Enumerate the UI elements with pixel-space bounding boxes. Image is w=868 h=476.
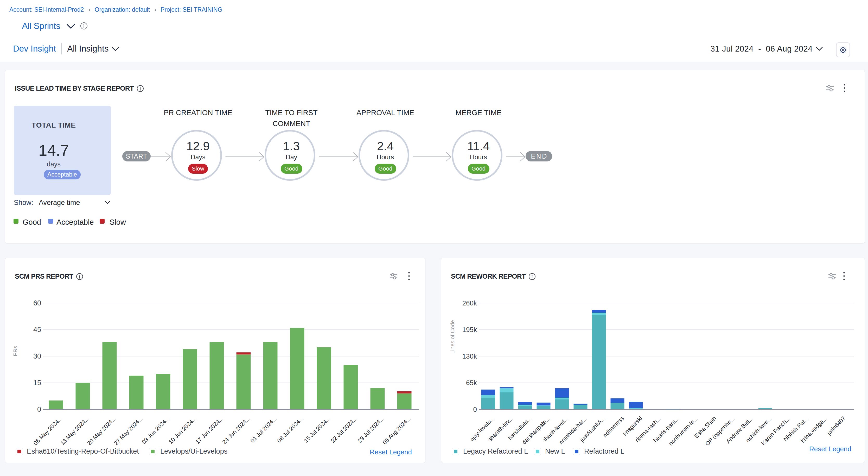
svg-text:130k: 130k [462,352,477,360]
svg-text:15: 15 [33,379,41,387]
svg-text:29 Jul 2024...: 29 Jul 2024... [356,415,385,444]
svg-text:Lines of Code: Lines of Code [450,320,455,354]
svg-text:195k: 195k [462,326,477,333]
svg-text:PRs: PRs [12,346,18,356]
svg-text:10 Jun 2024...: 10 Jun 2024... [167,415,197,445]
svg-text:22 Jul 2024...: 22 Jul 2024... [330,415,358,444]
svg-text:05 Aug 2024...: 05 Aug 2024... [381,415,412,446]
svg-text:17 Jun 2024...: 17 Jun 2024... [194,415,224,445]
svg-text:0: 0 [37,406,41,413]
svg-text:45: 45 [33,326,41,333]
svg-text:24 Jun 2024...: 24 Jun 2024... [221,415,251,445]
svg-text:60: 60 [33,299,41,307]
svg-text:jatin6407: jatin6407 [826,415,847,437]
svg-text:260k: 260k [462,299,477,307]
svg-text:01 Jul 2024...: 01 Jul 2024... [249,415,278,444]
svg-text:08 Jul 2024...: 08 Jul 2024... [276,415,305,444]
svg-text:0: 0 [473,406,477,413]
svg-text:27 May 2024...: 27 May 2024... [113,415,144,447]
svg-text:15 Jul 2024...: 15 Jul 2024... [303,415,332,444]
svg-text:30: 30 [33,352,41,360]
svg-text:03 Jun 2024...: 03 Jun 2024... [141,415,171,445]
svg-text:65k: 65k [466,379,477,387]
